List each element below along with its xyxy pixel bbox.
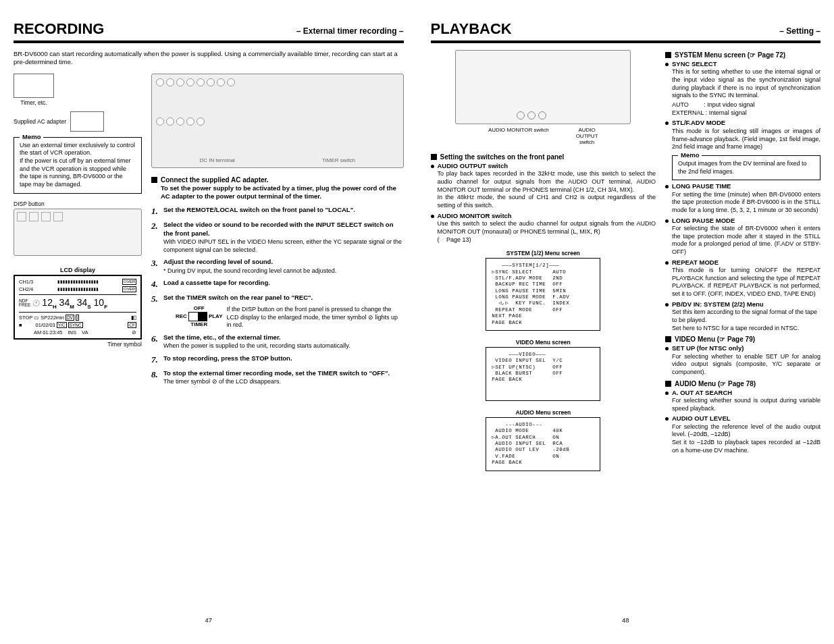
system-menu-head: SYSTEM Menu screen (☞ Page 72): [675, 51, 785, 59]
step-note-3: * During DV input, the sound recording l…: [163, 267, 404, 275]
stl-fadv-title: STL/F.ADV MODE: [672, 119, 820, 127]
memo-title-right: Memo: [678, 151, 702, 159]
lcd-tc-prefix: NDF FREE: [19, 299, 30, 308]
disp-button-label: DISP button: [14, 200, 142, 207]
step-body-5: Set the TIMER switch on the rear panel t…: [163, 294, 313, 301]
left-wide-col: DC IN terminal TIMER switch Connect the …: [151, 74, 404, 610]
lcd-bars2: ▮▮▮▮▮▮▮▮▮▮▮▮▮▮▮▮: [57, 286, 99, 292]
aout-level-desc: For selecting the reference level of the…: [672, 423, 820, 455]
step-num-6: 6.: [151, 333, 161, 350]
system-menu-caption: SYSTEM (1/2) Menu screen: [431, 250, 656, 257]
audio-output-label1: AUDIO: [578, 127, 595, 133]
step-num-5: 5.: [151, 294, 161, 329]
system-menu-box: ———SYSTEM[1/2]——— ▷SYNC SELECT AUTO STL/…: [486, 258, 600, 331]
step-3: 3. Adjust the recording level of sound. …: [151, 258, 404, 275]
lcd-over2: OVER: [122, 286, 136, 292]
subtitle-recording: – External timer recording –: [296, 26, 404, 36]
stl-fadv-desc: This mode is for selecting still images …: [672, 128, 820, 151]
sw-timer-label: TIMER: [190, 321, 207, 328]
adapter-label: Supplied AC adapter: [14, 118, 66, 125]
step-num-8: 8.: [151, 369, 161, 386]
square-bullet-icon: [665, 52, 671, 58]
repeat-mode-desc: This mode is for turning ON/OFF the REPE…: [672, 267, 820, 298]
step-5: 5. Set the TIMER switch on the rear pane…: [151, 294, 404, 329]
square-bullet-icon: [665, 381, 671, 387]
timer-etc-label: Timer, etc.: [20, 99, 47, 106]
step-note-6: When the power is supplied to the unit, …: [163, 342, 404, 350]
lcd-stop: STOP: [19, 315, 32, 321]
dot-icon: [665, 261, 669, 265]
lcd-timer-icon: ⊘: [132, 329, 136, 336]
aout-search-title: A. OUT AT SEARCH: [672, 389, 820, 397]
step-body-2: Select the video or sound to be recorded…: [163, 221, 393, 236]
timer-box: [14, 74, 54, 98]
dot-icon: [431, 215, 434, 218]
square-bullet-icon: [665, 336, 671, 342]
step-body-8: To stop the external timer recording mod…: [163, 369, 390, 377]
rear-device-diagram: DC IN terminal TIMER switch: [151, 74, 404, 168]
left-narrow-col: Timer, etc. Supplied AC adapter Memo Use…: [14, 74, 142, 610]
sw-rec-label: REC: [176, 313, 187, 320]
lcd-ins: INS: [68, 329, 77, 336]
audio-menu-box: ---AUDIO--- AUDIO MODE 48K ▷A.OUT SEARCH…: [486, 417, 600, 471]
lcd-cf-tag: CF: [128, 322, 136, 328]
audio-monitor-label: AUDIO MONITOR switch: [488, 127, 549, 145]
adapter-icon: [70, 111, 104, 132]
page-right: PLAYBACK – Setting – AUDIO MONITOR switc…: [431, 20, 821, 624]
step-4: 4. Load a cassette tape for recording.: [151, 279, 404, 290]
timer-switch-label: TIMER switch: [322, 157, 355, 163]
dot-icon: [665, 417, 669, 421]
step-body-6: Set the time, etc., of the external time…: [163, 333, 281, 341]
page-number-48: 48: [431, 610, 821, 624]
dot-icon: [665, 219, 669, 223]
connect-adapter-body: To set the power supply to be activated …: [161, 184, 404, 201]
dot-icon: [665, 303, 669, 306]
lcd-clock-icon: 🕐: [32, 300, 40, 306]
setup-title: SET UP (for NTSC only): [672, 344, 820, 352]
dot-icon: [665, 185, 669, 188]
dot-icon: [665, 392, 669, 395]
video-menu-box: ———VIDEO——— VIDEO INPUT SEL Y/C ▷SET UP(…: [486, 347, 600, 401]
step-num-1: 1.: [151, 206, 161, 217]
step-num-3: 3.: [151, 258, 161, 275]
step-note-2: With VIDEO INPUT SEL in the VIDEO Menu s…: [163, 238, 404, 254]
lcd-sp: SP222min: [41, 315, 64, 321]
connect-adapter-head: Connect the supplied AC adapter.: [161, 176, 269, 184]
sync-select-extra: AUTO : Input video signal EXTERNAL : Int…: [672, 101, 820, 117]
sw-play-label: PLAY: [209, 313, 223, 320]
step-7: 7. To stop recording, press the STOP but…: [151, 354, 404, 365]
lcd-caption: LCD display: [14, 267, 142, 273]
audio-output-title: AUDIO OUTPUT switch: [438, 162, 656, 170]
square-bullet-icon: [151, 177, 157, 183]
step-num-7: 7.: [151, 354, 161, 365]
audio-output-label2: OUTPUT: [576, 133, 598, 139]
long-pause-mode-desc: For selecting the state of BR-DV6000 whe…: [672, 225, 820, 257]
setting-switches-head: Setting the switches on the front panel: [440, 153, 565, 161]
dc-in-label: DC IN terminal: [199, 157, 234, 163]
step-body-7: To stop recording, press the STOP button…: [163, 354, 292, 362]
lcd-sync: SYNC: [68, 322, 83, 328]
lcd-dv-tag: DV: [66, 315, 74, 321]
front-panel-playback-diagram: [455, 50, 631, 124]
setup-desc: For selecting whether to enable SET UP f…: [672, 353, 820, 377]
long-pause-mode-title: LONG PAUSE MODE: [672, 217, 820, 225]
audio-monitor-desc: Use this switch to select the audio chan…: [438, 220, 656, 236]
sync-select-desc: This is for setting whether to use the i…: [672, 68, 820, 100]
timer-symbol-label: Timer symbol: [14, 341, 142, 348]
step-num-4: 4.: [151, 279, 161, 290]
lcd-timecode: 12H 34M 34S 10F: [42, 297, 107, 310]
dot-icon: [665, 347, 669, 350]
step-body-4: Load a cassette tape for recording.: [163, 279, 270, 286]
dot-icon: [665, 122, 669, 125]
page-number-47: 47: [14, 610, 404, 624]
pb-diagram-labels: AUDIO MONITOR switch AUDIO OUTPUT switch: [431, 127, 656, 145]
audio-menu-caption: AUDIO Menu screen: [431, 409, 656, 416]
header-left: RECORDING – External timer recording –: [14, 20, 404, 43]
step-8: 8. To stop the external timer recording …: [151, 369, 404, 386]
lcd-i-tag: i: [76, 315, 79, 321]
lcd-date: 01/02/03: [36, 322, 55, 328]
memo-body: Use an external timer exclusively to con…: [20, 142, 135, 188]
audio-monitor-ref: (☞ Page 13): [438, 236, 656, 244]
step-1: 1. Set the REMOTE/LOCAL switch on the fr…: [151, 206, 404, 217]
right-side-col: SYSTEM Menu screen (☞ Page 72) SYNC SELE…: [665, 50, 820, 610]
